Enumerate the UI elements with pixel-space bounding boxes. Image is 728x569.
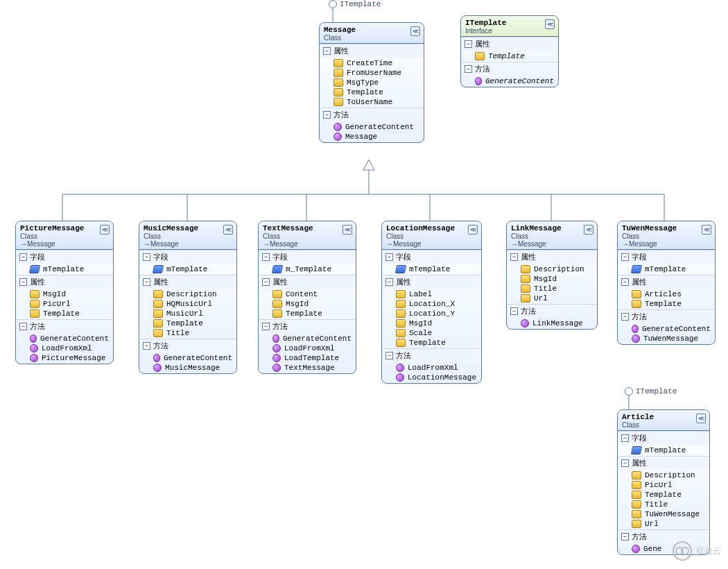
- expand-toggle-icon[interactable]: −: [465, 65, 472, 73]
- member-item[interactable]: Template: [382, 338, 481, 348]
- member-item[interactable]: PicUrl: [618, 480, 709, 490]
- collapse-chevron-icon[interactable]: ≪: [696, 414, 706, 423]
- member-item[interactable]: TextMessage: [259, 363, 356, 373]
- member-item[interactable]: Template: [139, 319, 236, 328]
- section-header-props[interactable]: −属性: [320, 44, 424, 58]
- section-header-methods[interactable]: −方法: [139, 339, 236, 353]
- expand-toggle-icon[interactable]: −: [385, 278, 393, 286]
- member-item[interactable]: Title: [139, 328, 236, 338]
- member-item[interactable]: FromUserName: [320, 68, 424, 78]
- section-header-methods[interactable]: −方法: [507, 305, 597, 318]
- member-item[interactable]: LinkMessage: [507, 319, 597, 328]
- section-header-props[interactable]: −属性: [139, 275, 236, 289]
- member-item[interactable]: Template: [320, 87, 424, 97]
- expand-toggle-icon[interactable]: −: [19, 323, 27, 330]
- class-box-textmessage[interactable]: TextMessageClass→Message≪−字段m_Template−属…: [258, 221, 356, 374]
- member-item[interactable]: Articles: [618, 289, 715, 299]
- expand-toggle-icon[interactable]: −: [143, 342, 150, 350]
- member-item[interactable]: Location_X: [382, 299, 481, 309]
- member-item[interactable]: MsgId: [16, 289, 113, 299]
- member-item[interactable]: mTemplate: [382, 264, 481, 274]
- section-header-props[interactable]: −属性: [618, 275, 715, 289]
- collapse-chevron-icon[interactable]: ≪: [468, 225, 478, 235]
- member-item[interactable]: MsgId: [507, 274, 597, 284]
- member-item[interactable]: Description: [618, 470, 709, 480]
- interface-box-itemplate[interactable]: ITemplateInterface≪−属性Template−方法Generat…: [460, 15, 559, 87]
- member-item[interactable]: ToUserName: [320, 97, 424, 107]
- member-item[interactable]: CreateTime: [320, 58, 424, 68]
- member-item[interactable]: GenerateContent: [618, 324, 715, 334]
- expand-toggle-icon[interactable]: −: [510, 307, 518, 315]
- expand-toggle-icon[interactable]: −: [323, 111, 331, 119]
- expand-toggle-icon[interactable]: −: [621, 459, 629, 467]
- expand-toggle-icon[interactable]: −: [621, 278, 629, 286]
- member-item[interactable]: MsgId: [382, 319, 481, 328]
- collapse-chevron-icon[interactable]: ≪: [584, 225, 593, 235]
- class-box-locationmessage[interactable]: LocationMessageClass→Message≪−字段mTemplat…: [381, 221, 482, 384]
- member-item[interactable]: Template: [618, 490, 709, 500]
- member-item[interactable]: GenerateContent: [259, 334, 356, 343]
- expand-toggle-icon[interactable]: −: [262, 278, 270, 286]
- expand-toggle-icon[interactable]: −: [510, 253, 518, 261]
- expand-toggle-icon[interactable]: −: [621, 253, 629, 261]
- class-box-linkmessage[interactable]: LinkMessageClass→Message≪−属性DescriptionM…: [506, 221, 598, 330]
- section-header-props[interactable]: −属性: [16, 275, 113, 289]
- member-item[interactable]: Url: [618, 519, 709, 529]
- member-item[interactable]: Url: [507, 294, 597, 303]
- section-header-props[interactable]: −属性: [382, 275, 481, 289]
- member-item[interactable]: Template: [259, 309, 356, 319]
- expand-toggle-icon[interactable]: −: [143, 253, 150, 261]
- member-item[interactable]: TuWenMessage: [618, 509, 709, 519]
- class-box-musicmessage[interactable]: MusicMessageClass→Message≪−字段mTemplate−属…: [139, 221, 237, 374]
- member-item[interactable]: MsgType: [320, 78, 424, 87]
- member-item[interactable]: MusicMessage: [139, 363, 236, 373]
- section-header-methods[interactable]: −方法: [16, 320, 113, 333]
- member-item[interactable]: Template: [461, 51, 558, 61]
- member-item[interactable]: Description: [507, 264, 597, 274]
- collapse-chevron-icon[interactable]: ≪: [100, 225, 110, 235]
- section-header-fields[interactable]: −字段: [382, 250, 481, 264]
- expand-toggle-icon[interactable]: −: [262, 253, 270, 261]
- member-item[interactable]: Label: [382, 289, 481, 299]
- section-header-fields[interactable]: −字段: [259, 250, 356, 264]
- member-item[interactable]: LoadFromXml: [259, 343, 356, 353]
- member-item[interactable]: Message: [320, 132, 424, 142]
- class-box-message[interactable]: MessageClass≪−属性CreateTimeFromUserNameMs…: [319, 22, 424, 143]
- expand-toggle-icon[interactable]: −: [621, 434, 629, 442]
- member-item[interactable]: mTemplate: [618, 264, 715, 274]
- member-item[interactable]: LoadTemplate: [259, 353, 356, 363]
- member-item[interactable]: mTemplate: [139, 264, 236, 274]
- expand-toggle-icon[interactable]: −: [385, 352, 393, 359]
- member-item[interactable]: mTemplate: [618, 445, 709, 455]
- member-item[interactable]: Location_Y: [382, 309, 481, 319]
- expand-toggle-icon[interactable]: −: [262, 323, 270, 330]
- section-header-methods[interactable]: −方法: [618, 310, 715, 323]
- member-item[interactable]: TuWenMessage: [618, 334, 715, 343]
- member-item[interactable]: Description: [139, 289, 236, 299]
- expand-toggle-icon[interactable]: −: [19, 253, 27, 261]
- member-item[interactable]: GenerateContent: [16, 334, 113, 343]
- section-header-methods[interactable]: −方法: [259, 320, 356, 333]
- section-header-methods[interactable]: −方法: [382, 349, 481, 362]
- member-item[interactable]: PictureMessage: [16, 353, 113, 363]
- section-header-fields[interactable]: −字段: [16, 250, 113, 264]
- expand-toggle-icon[interactable]: −: [621, 313, 629, 321]
- member-item[interactable]: GenerateContent: [461, 76, 558, 86]
- expand-toggle-icon[interactable]: −: [621, 533, 629, 541]
- collapse-chevron-icon[interactable]: ≪: [343, 225, 352, 235]
- section-header-fields[interactable]: −字段: [139, 250, 236, 264]
- expand-toggle-icon[interactable]: −: [465, 40, 472, 48]
- section-header-fields[interactable]: −字段: [618, 432, 709, 445]
- member-item[interactable]: MsgId: [259, 299, 356, 309]
- section-header-props[interactable]: −属性: [507, 250, 597, 264]
- member-item[interactable]: m_Template: [259, 264, 356, 274]
- section-header-props[interactable]: −属性: [259, 275, 356, 289]
- collapse-chevron-icon[interactable]: ≪: [410, 26, 420, 36]
- member-item[interactable]: Title: [507, 284, 597, 294]
- section-header-fields[interactable]: −字段: [618, 250, 715, 264]
- member-item[interactable]: mTemplate: [16, 264, 113, 274]
- member-item[interactable]: GenerateContent: [139, 353, 236, 363]
- section-header-methods[interactable]: −方法: [320, 108, 424, 121]
- expand-toggle-icon[interactable]: −: [385, 253, 393, 261]
- collapse-chevron-icon[interactable]: ≪: [223, 225, 233, 235]
